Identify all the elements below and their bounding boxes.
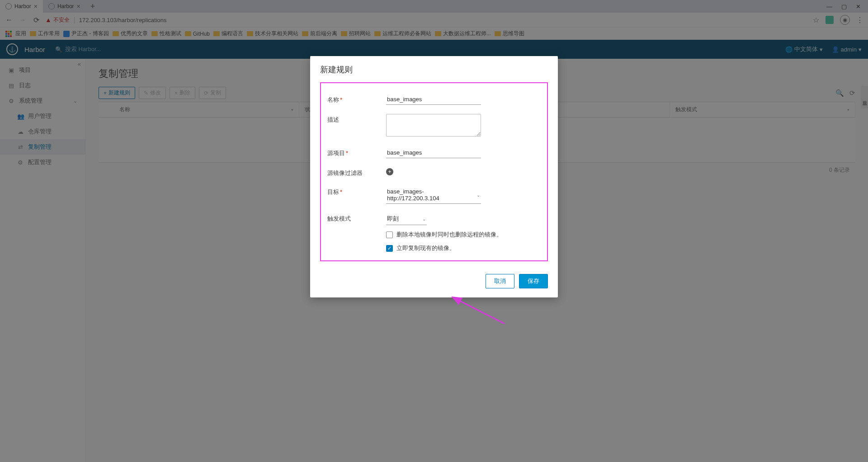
chevron-down-icon: ⌄: [476, 193, 480, 198]
src-project-input[interactable]: [386, 147, 481, 158]
label-desc: 描述: [327, 114, 386, 124]
checkbox-checked[interactable]: ✓: [386, 245, 393, 252]
replicate-now-checkbox-row[interactable]: ✓ 立即复制现有的镜像。: [386, 244, 541, 252]
target-select[interactable]: base_images-http://172.200.3.104 ⌄: [386, 186, 481, 204]
add-filter-button[interactable]: +: [386, 168, 393, 175]
cancel-button[interactable]: 取消: [486, 274, 514, 288]
label-target: 目标*: [327, 186, 386, 196]
checkbox-unchecked[interactable]: [386, 231, 393, 238]
desc-textarea[interactable]: [386, 114, 481, 137]
chevron-down-icon: ⌄: [422, 217, 426, 222]
modal-footer: 取消 保存: [310, 268, 558, 297]
trigger-select[interactable]: 即刻 ⌄: [386, 213, 427, 225]
label-filter: 源镜像过滤器: [327, 167, 386, 177]
modal-body: 名称* 描述 源项目* 源镜像过滤器 + 目标* base_images-htt…: [320, 82, 548, 261]
label-trigger: 触发模式: [327, 213, 386, 223]
delete-remote-checkbox-row[interactable]: 删除本地镜像时同时也删除远程的镜像。: [386, 231, 541, 239]
save-button[interactable]: 保存: [519, 274, 548, 288]
modal-title: 新建规则: [310, 56, 558, 80]
modal-overlay: 新建规则 名称* 描述 源项目* 源镜像过滤器 + 目标*: [0, 0, 868, 462]
label-src-project: 源项目*: [327, 147, 386, 157]
new-rule-modal: 新建规则 名称* 描述 源项目* 源镜像过滤器 + 目标*: [310, 56, 558, 297]
label-name: 名称*: [327, 94, 386, 104]
name-input[interactable]: [386, 94, 481, 105]
